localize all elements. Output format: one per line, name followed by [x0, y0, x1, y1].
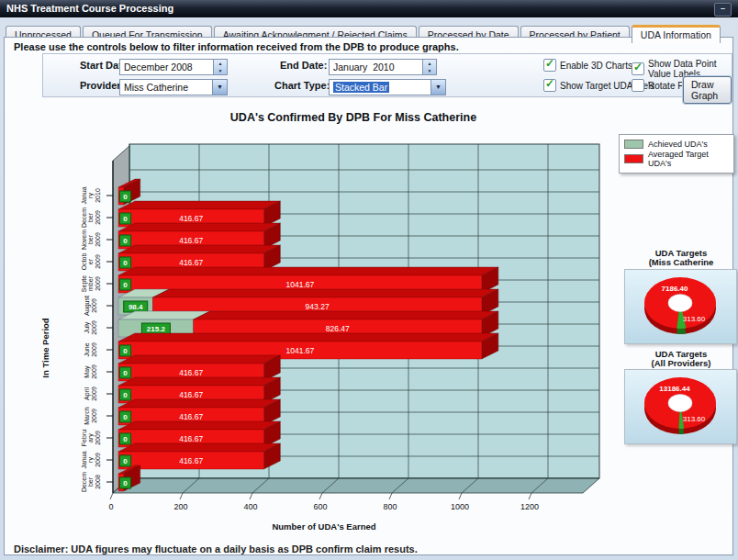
svg-text:January2010: January2010	[81, 186, 101, 204]
start-date-value: December 2008	[124, 62, 193, 73]
svg-text:13186.44: 13186.44	[659, 385, 690, 393]
svg-text:November2009: November2009	[81, 230, 101, 250]
legend-item-target: Averaged Target UDA's	[624, 150, 729, 168]
svg-text:0: 0	[123, 457, 128, 465]
svg-text:October2009: October2009	[81, 253, 101, 271]
svg-text:0: 0	[123, 347, 128, 355]
start-date-input[interactable]: December 2008 ▲▼	[119, 59, 228, 75]
svg-text:1200: 1200	[520, 502, 539, 511]
checkbox-icon	[632, 62, 644, 75]
start-date-spinner[interactable]: ▲▼	[213, 60, 227, 74]
svg-text:416.67: 416.67	[179, 236, 203, 245]
legend-item-achieved: Achieved UDA's	[624, 140, 729, 149]
svg-text:January2009: January2009	[81, 451, 101, 468]
svg-text:May2009: May2009	[84, 364, 97, 379]
filter-controls-panel: Start Date: December 2008 ▲▼ End Date: J…	[42, 53, 732, 97]
svg-text:600: 600	[313, 502, 327, 511]
svg-text:800: 800	[383, 502, 397, 511]
svg-text:1000: 1000	[451, 502, 469, 511]
svg-text:August2009: August2009	[84, 296, 97, 316]
minimize-button[interactable]: –	[714, 3, 732, 17]
legend-label: Averaged Target UDA's	[648, 150, 729, 168]
svg-text:416.67: 416.67	[179, 456, 203, 465]
svg-text:December2008: December2008	[81, 472, 101, 492]
svg-text:416.67: 416.67	[179, 390, 203, 399]
svg-text:0: 0	[123, 193, 128, 201]
svg-text:0: 0	[123, 413, 128, 421]
pie1-panel: 7186.40313.60	[624, 269, 737, 344]
chart-title: UDA's Confirmed By DPB For Miss Catherin…	[60, 111, 647, 124]
intro-text: Please use the controls below to filter …	[14, 41, 459, 52]
checkbox-label: Enable 3D Charts	[560, 61, 632, 71]
svg-text:416.67: 416.67	[179, 412, 203, 421]
svg-text:February2009: February2009	[81, 430, 101, 446]
svg-text:215.2: 215.2	[147, 325, 166, 333]
pie2-chart-canvas: 13186.44313.60	[625, 370, 736, 443]
svg-text:0: 0	[108, 502, 113, 511]
chart-type-combobox[interactable]: Stacked Bar ▼	[329, 79, 446, 95]
end-date-value: January 2010	[333, 62, 395, 73]
legend-label: Achieved UDA's	[648, 140, 708, 149]
provider-dropdown-arrow-icon[interactable]: ▼	[212, 80, 227, 95]
svg-text:200: 200	[173, 502, 187, 511]
draw-graph-button[interactable]: Draw Graph	[683, 76, 732, 104]
end-date-input[interactable]: January 2010 ▲▼	[329, 59, 437, 75]
provider-combobox[interactable]: Miss Catherine ▼	[119, 79, 228, 95]
stacked-bar-chart-canvas: 020040060080010001200January20100Decembe…	[38, 137, 625, 541]
end-date-spinner[interactable]: ▲▼	[422, 60, 436, 74]
svg-text:0: 0	[123, 215, 128, 223]
svg-text:March2009: March2009	[84, 407, 97, 425]
pie2-title: UDA Targets (All Providers)	[624, 350, 738, 368]
svg-text:416.67: 416.67	[179, 434, 203, 443]
svg-text:0: 0	[123, 259, 128, 267]
pie2-panel: 13186.44313.60	[624, 369, 737, 444]
svg-text:416.67: 416.67	[179, 368, 203, 377]
svg-text:Number of UDA's Earned: Number of UDA's Earned	[272, 521, 375, 532]
checkbox-rotate-pie[interactable]: Rotate Pie	[632, 79, 691, 92]
svg-text:July2009: July2009	[84, 320, 97, 335]
svg-text:0: 0	[123, 479, 128, 487]
svg-text:416.67: 416.67	[179, 214, 203, 223]
svg-text:0: 0	[123, 281, 128, 289]
svg-text:In Time Period: In Time Period	[40, 318, 50, 377]
checkbox-icon	[543, 59, 556, 72]
svg-text:400: 400	[243, 502, 257, 511]
chart-legend: Achieved UDA's Averaged Target UDA's	[619, 134, 734, 174]
pie1-title-line2: (Miss Catherine	[649, 257, 714, 267]
svg-text:313.60: 313.60	[683, 415, 706, 423]
svg-text:1041.67: 1041.67	[286, 280, 315, 289]
checkbox-enable-3d-charts[interactable]: Enable 3D Charts	[543, 59, 632, 72]
chart-type-dropdown-arrow-icon[interactable]: ▼	[430, 80, 445, 95]
window-title: NHS Treatment Course Processing	[6, 3, 173, 14]
achieved-swatch-icon	[624, 140, 643, 149]
svg-text:September2009: September2009	[81, 275, 101, 292]
disclaimer-text: Disclaimer: UDA figures may fluctuate on…	[14, 543, 418, 554]
svg-text:98.4: 98.4	[129, 303, 143, 311]
svg-text:943.27: 943.27	[306, 302, 330, 311]
checkbox-icon	[543, 79, 556, 92]
window-titlebar: NHS Treatment Course Processing –	[0, 0, 738, 17]
tab-uda-information[interactable]: UDA Information	[632, 25, 721, 43]
svg-text:0: 0	[123, 369, 128, 377]
pie2-title-line2: (All Providers)	[652, 358, 711, 368]
svg-text:0: 0	[123, 237, 128, 245]
end-date-label: End Date:	[280, 60, 327, 71]
chart-type-value: Stacked Bar	[333, 82, 389, 93]
svg-text:416.67: 416.67	[179, 258, 203, 267]
provider-value: Miss Catherine	[124, 82, 188, 93]
pie1-chart-canvas: 7186.40313.60	[625, 270, 736, 343]
svg-text:0: 0	[123, 391, 128, 399]
provider-label: Provider:	[80, 80, 124, 91]
target-swatch-icon	[624, 154, 643, 163]
checkbox-icon	[632, 79, 644, 92]
svg-text:826.47: 826.47	[326, 324, 350, 333]
svg-text:7186.40: 7186.40	[662, 285, 688, 293]
chart-type-label: Chart Type:	[274, 80, 330, 91]
svg-text:April2009: April2009	[84, 386, 97, 401]
pie1-title: UDA Targets (Miss Catherine	[624, 249, 738, 267]
svg-text:June2009: June2009	[84, 342, 97, 357]
svg-text:0: 0	[123, 435, 128, 443]
svg-text:313.60: 313.60	[683, 315, 706, 323]
svg-text:December2009: December2009	[81, 207, 101, 228]
tab-content-panel: Please use the controls below to filter …	[4, 37, 733, 555]
